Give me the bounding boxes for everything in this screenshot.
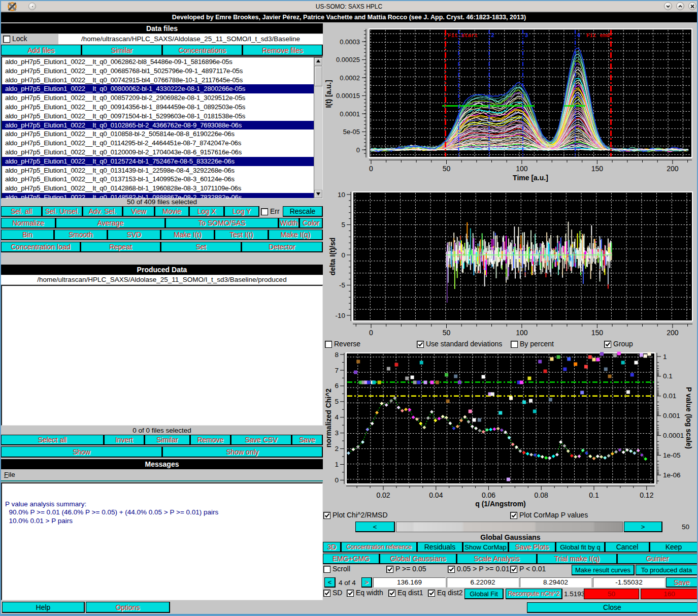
svg-text:0.01: 0.01 (663, 392, 676, 400)
svg-text:2: 2 (491, 32, 494, 38)
svg-text:150: 150 (591, 329, 604, 337)
svg-text:0.001: 0.001 (663, 412, 680, 419)
svg-text:-10: -10 (335, 312, 345, 319)
svg-text:0: 0 (335, 476, 339, 484)
svg-text:5e-05: 5e-05 (343, 128, 360, 136)
svg-text:100: 100 (516, 329, 528, 337)
svg-text:150: 150 (591, 165, 604, 173)
svg-text:0.0002: 0.0002 (340, 74, 360, 82)
svg-text:200: 200 (667, 329, 679, 337)
svg-text:0.04: 0.04 (429, 491, 443, 499)
svg-text:50: 50 (443, 165, 451, 173)
svg-text:0.12: 0.12 (640, 491, 653, 499)
svg-text:6: 6 (335, 382, 339, 390)
svg-text:7: 7 (335, 367, 339, 374)
svg-text:3: 3 (335, 429, 339, 437)
svg-text:I(t) [a.u.]: I(t) [a.u.] (324, 80, 333, 108)
svg-text:200: 200 (667, 165, 679, 173)
svg-text:0.1: 0.1 (663, 372, 673, 380)
svg-text:delta I(t)/sd: delta I(t)/sd (328, 238, 337, 276)
svg-text:0.1: 0.1 (589, 491, 599, 499)
svg-text:0.0001: 0.0001 (340, 110, 360, 118)
svg-text:4: 4 (577, 32, 581, 38)
svg-text:50: 50 (443, 329, 451, 337)
svg-text:8: 8 (335, 351, 339, 359)
svg-text:P value (log scale): P value (log scale) (685, 387, 693, 449)
svg-text:5: 5 (335, 398, 339, 405)
svg-text:0.0003: 0.0003 (340, 38, 360, 46)
svg-text:0.06: 0.06 (482, 491, 495, 499)
svg-text:normalized Chi^2: normalized Chi^2 (324, 388, 333, 448)
svg-text:Fit end: Fit end (586, 33, 610, 39)
svg-text:0.00015: 0.00015 (336, 92, 360, 100)
svg-text:0: 0 (369, 329, 373, 337)
svg-text:Fit start: Fit start (448, 33, 478, 39)
svg-text:0: 0 (356, 146, 360, 154)
svg-text:10: 10 (338, 191, 345, 199)
svg-text:Time [a.u.]: Time [a.u.] (513, 174, 548, 182)
svg-text:5: 5 (341, 221, 345, 229)
svg-text:0.00025: 0.00025 (336, 56, 360, 63)
svg-text:100: 100 (516, 165, 528, 173)
svg-text:1: 1 (335, 461, 339, 468)
svg-text:4: 4 (335, 413, 339, 421)
svg-text:0.08: 0.08 (535, 491, 548, 499)
svg-text:0.0001: 0.0001 (663, 432, 684, 439)
svg-text:0.02: 0.02 (376, 491, 390, 499)
svg-text:1e-06: 1e-06 (663, 471, 681, 479)
svg-text:3: 3 (525, 32, 528, 38)
svg-text:0: 0 (369, 165, 373, 173)
svg-text:q (1/Angstrom): q (1/Angstrom) (475, 500, 526, 508)
svg-text:1: 1 (663, 353, 667, 361)
svg-text:1e-05: 1e-05 (663, 451, 681, 459)
svg-text:-5: -5 (339, 281, 345, 289)
svg-text:2: 2 (335, 445, 339, 452)
svg-text:0: 0 (341, 251, 345, 259)
